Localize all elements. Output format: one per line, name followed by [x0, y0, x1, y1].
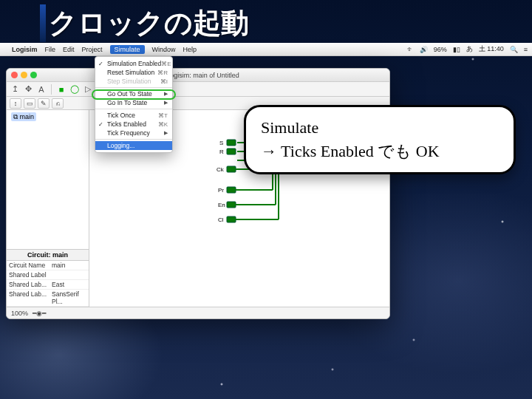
svg-rect-10 [227, 187, 236, 193]
menu-tick-once[interactable]: Tick Once⌘T [95, 111, 172, 120]
svg-text:Cl: Cl [218, 216, 224, 223]
menu-step-sim: Step Simulation⌘I [95, 77, 172, 86]
clock-time[interactable]: 土 11:40 [479, 44, 504, 54]
properties-title: Circuit: main [7, 249, 89, 261]
callout-bubble: Simulate → Ticks Enabled でも OK [244, 105, 516, 174]
menu-go-in[interactable]: Go In To State▶ [95, 98, 172, 107]
tree-node-main[interactable]: ⧉ main [11, 112, 36, 121]
status-bar: 100% ━◉━ [7, 307, 389, 318]
svg-text:Pr: Pr [218, 187, 224, 194]
input-pin-icon[interactable]: ■ [56, 84, 66, 95]
menu-go-out[interactable]: Go Out To State▶ [95, 89, 172, 98]
spotlight-icon[interactable]: 🔍 [510, 46, 518, 53]
callout-line2: → Ticks Enabled でも OK [261, 140, 499, 163]
svg-rect-9 [227, 166, 236, 172]
tool-btn-4[interactable]: ⎌ [52, 98, 64, 109]
tool-btn-3[interactable]: ✎ [38, 98, 50, 109]
menu-window[interactable]: Window [152, 46, 176, 53]
svg-text:Ck: Ck [216, 166, 225, 173]
svg-text:S: S [219, 140, 223, 146]
svg-rect-12 [227, 216, 236, 222]
window-titlebar[interactable]: Logisim: main of Untitled [7, 69, 389, 82]
svg-text:R: R [219, 149, 224, 155]
battery-pct: 96% [434, 46, 447, 53]
window-title: Logisim: main of Untitled [21, 72, 385, 79]
project-tree[interactable]: ⧉ main [7, 110, 89, 124]
ime-indicator[interactable]: あ [466, 44, 473, 54]
menu-simulate[interactable]: Simulate [110, 45, 145, 54]
mac-menubar: Logisim File Edit Project Simulate Windo… [0, 43, 532, 56]
menu-app[interactable]: Logisim [12, 46, 38, 53]
menu-ticks-enabled[interactable]: Ticks Enabled⌘K [95, 120, 172, 129]
volume-icon[interactable]: 🔊 [420, 46, 428, 53]
menu-tick-freq[interactable]: Tick Frequency▶ [95, 129, 172, 137]
svg-rect-11 [227, 202, 236, 208]
prop-row: Shared Label [7, 270, 89, 280]
properties-table[interactable]: Circuit Namemain Shared Label Shared Lab… [7, 261, 89, 307]
toolbar: ↥ ✥ A ■ ◯ ▷ ▱ ◗ [7, 82, 389, 97]
circuit-icon: ⧉ [13, 113, 20, 120]
tool-btn-2[interactable]: ▭ [24, 98, 35, 109]
cursor-tool-icon[interactable]: ↥ [10, 84, 20, 95]
svg-text:En: En [218, 202, 225, 208]
menu-extras-icon[interactable]: ≡ [524, 46, 528, 53]
output-pin-icon[interactable]: ◯ [69, 84, 80, 95]
menu-edit[interactable]: Edit [63, 46, 75, 53]
prop-row: Circuit Namemain [7, 261, 89, 270]
battery-icon[interactable]: ▮▯ [453, 46, 460, 53]
zoom-slider[interactable]: ━◉━ [33, 310, 46, 317]
svg-rect-7 [227, 140, 236, 146]
menu-sim-enabled[interactable]: Simulation Enabled⌘E [95, 59, 172, 68]
close-icon[interactable] [11, 72, 18, 78]
menu-reset-sim[interactable]: Reset Simulation⌘R [95, 68, 172, 77]
wifi-icon[interactable]: ᯤ [407, 46, 414, 53]
arrow-icon: → [261, 142, 277, 160]
menu-logging[interactable]: Logging... [95, 141, 172, 150]
menu-file[interactable]: File [45, 46, 56, 53]
text-tool-icon[interactable]: A [36, 84, 47, 95]
prop-row: Shared Lab...SansSerif Pl... [7, 290, 89, 307]
sidebar: ⧉ main Circuit: main Circuit Namemain Sh… [7, 110, 89, 307]
poke-tool-icon[interactable]: ✥ [23, 84, 33, 95]
menu-help[interactable]: Help [183, 46, 197, 53]
not-gate-icon[interactable]: ▷ [83, 84, 93, 95]
slide-title: クロックの起動 [40, 4, 249, 42]
prop-row: Shared Lab...East [7, 280, 89, 290]
callout-line1: Simulate [261, 116, 499, 140]
zoom-level[interactable]: 100% [11, 310, 28, 317]
simulate-menu-dropdown: Simulation Enabled⌘E Reset Simulation⌘R … [95, 56, 173, 153]
tool-btn-1[interactable]: ↕ [10, 98, 21, 109]
menu-project[interactable]: Project [82, 46, 103, 53]
svg-rect-8 [227, 149, 236, 154]
